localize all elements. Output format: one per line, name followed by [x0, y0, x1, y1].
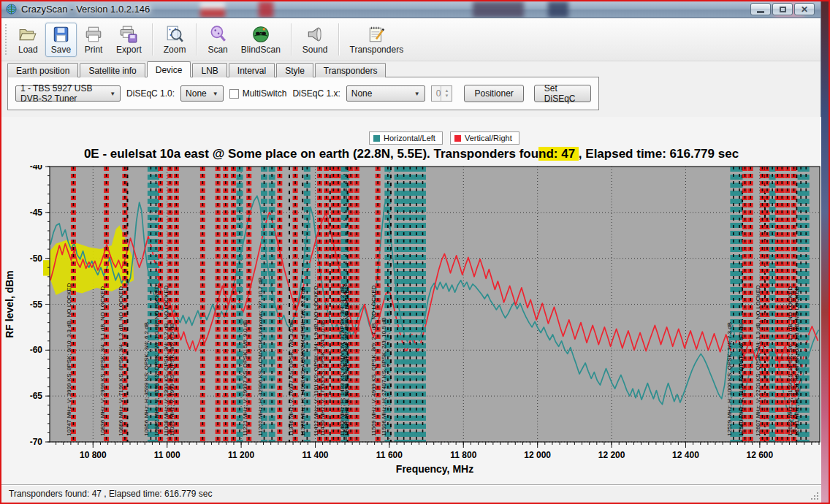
window-title: CrazyScan - Version 1.0.2.146 — [21, 4, 150, 15]
print-icon — [84, 25, 103, 45]
svg-text:11596 MHz; H; 27497 KS; 8PSK;: 11596 MHz; H; 27497 KS; 8PSK; 2/3; 10.5 … — [381, 317, 387, 436]
tab-earth-position[interactable]: Earth position — [7, 63, 78, 77]
toolbar-zoom-button[interactable]: Zoom — [158, 23, 192, 57]
toolbar-load-button[interactable]: Load — [12, 23, 44, 57]
app-window: CrazyScan - Version 1.0.2.146 ✕ LoadSave… — [1, 1, 821, 503]
chart-title: 0E - eulelsat 10a east @ Some place on e… — [1, 147, 821, 161]
tuner-select[interactable]: 1 - TBS 5927 USB DVB-S2 Tuner ▼ — [15, 85, 121, 102]
highlighted-transponder-count: nd: 47 — [538, 147, 579, 161]
desktop-wallpaper-strip — [821, 1, 829, 503]
svg-text:11221 MHz; V; 29997 KS; QPSK;: 11221 MHz; V; 29997 KS; QPSK; 5/6; 9.0 d… — [242, 320, 248, 436]
toolbar-scan-button[interactable]: Scan — [202, 23, 233, 57]
toolbar-export-button[interactable]: Export — [110, 23, 148, 57]
spectrum-chart-area: Horizontal/LeftVertical/Right 0E - eulel… — [1, 117, 821, 484]
svg-text:12560 MHz; V; 1109 KS; QPSK; 5: 12560 MHz; V; 1109 KS; QPSK; 5/6; 5.0 dB — [738, 323, 745, 436]
toolbar-save-button[interactable]: Save — [45, 23, 77, 57]
multiswitch-checkbox[interactable] — [229, 89, 239, 99]
svg-text:11025 MHz; V; 1999 KS; QPSK; 3: 11025 MHz; V; 1999 KS; QPSK; 3/5; 6.5 dB — [169, 323, 175, 436]
close-button[interactable]: ✕ — [794, 3, 815, 15]
tab-interval[interactable]: Interval — [229, 63, 275, 77]
svg-text:11430 MHz; V; 17333 KS; QPSK;: 11430 MHz; V; 17333 KS; QPSK; 3/4; 1.0 d… — [319, 320, 326, 436]
svg-text:11346 MHz; V; 26997 KS; QPSK;: 11346 MHz; V; 26997 KS; QPSK; 7/8; 3.5 d… — [288, 320, 294, 436]
zoom-icon — [165, 25, 184, 45]
tab-device[interactable]: Device — [147, 61, 191, 77]
positioner-number-stepper[interactable]: 0 ▲▼ — [431, 85, 453, 102]
svg-text:11 800: 11 800 — [450, 450, 476, 460]
svg-text:11 600: 11 600 — [376, 450, 403, 460]
toolbar-button-label: Print — [85, 45, 103, 55]
toolbar-button-label: Export — [116, 45, 142, 55]
legend-item-vertical-right[interactable]: Vertical/Right — [450, 131, 519, 145]
legend-item-horizontal-left[interactable]: Horizontal/Left — [369, 131, 443, 145]
legend-swatch-icon — [454, 135, 461, 142]
device-panel: 1 - TBS 5927 USB DVB-S2 Tuner ▼ DiSEqC 1… — [7, 77, 599, 110]
svg-text:10747 MHz; V; 3999 KS; 8PSK; 9: 10747 MHz; V; 3999 KS; 8PSK; 9/10; 3.3 d… — [66, 283, 72, 436]
maximize-icon — [780, 7, 786, 12]
diseqc1x-select-value: None — [351, 88, 373, 99]
tab-style[interactable]: Style — [276, 63, 313, 77]
chevron-down-icon: ▼ — [207, 91, 218, 97]
set-diseqc-button[interactable]: Set DiSEqC — [534, 85, 591, 102]
svg-text:-55: -55 — [30, 299, 43, 310]
chevron-down-icon: ▼ — [104, 91, 115, 97]
svg-text:10956 MHz; H; 3599 KS; QPSK; 3: 10956 MHz; H; 3599 KS; QPSK; 3/4; 6.2 dB — [143, 322, 150, 436]
toolbar-blindscan-button[interactable]: BlindScan — [235, 23, 286, 57]
svg-text:11262 MHz; H; 32996 KS; ACM/VC: 11262 MHz; H; 32996 KS; ACM/VCM; Unknown… — [257, 278, 264, 436]
export-icon — [119, 25, 138, 45]
svg-text:11569 MHz; V; 4999 KS; QPSK; 8: 11569 MHz; V; 4999 KS; QPSK; 8/9; 2.7 dB… — [370, 285, 377, 436]
svg-text:11 200: 11 200 — [228, 450, 254, 460]
svg-text:12 400: 12 400 — [672, 450, 699, 460]
wallpaper-bleed — [259, 1, 273, 18]
y-axis-title: RF level, dBm — [4, 270, 15, 338]
tuner-select-value: 1 - TBS 5927 USB DVB-S2 Tuner — [20, 83, 104, 104]
tab-lnb[interactable]: LNB — [192, 63, 226, 77]
resize-grip[interactable] — [810, 492, 819, 500]
app-globe-icon — [6, 4, 17, 15]
spectrum-plot[interactable]: 10747 MHz; V; 3999 KS; 8PSK; 9/10; 3.3 d… — [1, 165, 821, 484]
svg-text:12692 MHz; V; 3199 KS; 8PSK; 5: 12692 MHz; V; 3199 KS; 8PSK; 5/6; 1.7 dB… — [787, 286, 793, 436]
svg-text:12 000: 12 000 — [524, 450, 551, 460]
maximize-button[interactable] — [772, 3, 793, 15]
sound-icon — [305, 25, 324, 45]
svg-text:12607 MHz; V; 2220 KS; QPSK; 3: 12607 MHz; V; 2220 KS; QPSK; 3/4; 1.3 dB… — [755, 285, 761, 436]
tab-transponders[interactable]: Transponders — [315, 63, 387, 77]
tab-satellite-info[interactable]: Satellite info — [80, 63, 145, 77]
svg-text:12 200: 12 200 — [598, 450, 625, 460]
svg-text:10836 MHz; V; 2999 KS; 8PSK; 3: 10836 MHz; V; 2999 KS; 8PSK; 3/4; 3.1 dB… — [99, 286, 106, 436]
minimize-button[interactable] — [750, 3, 771, 15]
toolbar-print-button[interactable]: Print — [78, 23, 109, 57]
svg-text:10982 MHz; V; 4599 KS; QPSK; 5: 10982 MHz; V; 4599 KS; QPSK; 5/6; 1.0 dB… — [153, 285, 160, 436]
toolbar-transponders-button[interactable]: Transponders — [344, 23, 410, 57]
diseqc1x-select[interactable]: None ▼ — [346, 85, 425, 102]
multiswitch-label: MultiSwitch — [243, 88, 287, 99]
toolbar-separator — [338, 23, 340, 56]
toolbar-button-label: BlindScan — [241, 45, 281, 55]
toolbar-button-label: Sound — [302, 45, 328, 55]
diseqc10-select[interactable]: None ▼ — [180, 85, 224, 102]
tab-bar: Earth positionSatellite infoDeviceLNBInt… — [1, 61, 821, 77]
toolbar-separator — [152, 23, 153, 56]
diseqc10-label: DiSEqC 1.0: — [126, 88, 175, 99]
svg-text:11378 MHz; H; 14998 KS; ACM/VC: 11378 MHz; H; 14998 KS; ACM/VCM; 8PSK; 5… — [300, 287, 306, 436]
svg-text:12 600: 12 600 — [747, 450, 774, 460]
positioner-button[interactable]: Positioner — [464, 85, 523, 102]
wallpaper-bleed — [200, 1, 225, 18]
toolbar: LoadSavePrintExportZoomScanBlindScanSoun… — [1, 18, 821, 61]
blindscan-icon — [251, 25, 270, 45]
title-bar[interactable]: CrazyScan - Version 1.0.2.146 ✕ — [1, 1, 821, 18]
svg-text:11412 MHz; V; 1101 KS; QPSK; 3: 11412 MHz; V; 1101 KS; QPSK; 3/4; 1.9 dB… — [313, 286, 319, 436]
x-axis-title: Frequency, MHz — [396, 463, 473, 475]
legend-label: Horizontal/Left — [384, 134, 435, 142]
svg-text:11496 MHz; V; 9999 KS; QPSK; 3: 11496 MHz; V; 9999 KS; QPSK; 3/4; 2.2 dB… — [343, 285, 350, 436]
svg-text:11 000: 11 000 — [154, 450, 180, 460]
svg-text:-50: -50 — [30, 253, 43, 264]
wallpaper-bleed — [473, 1, 524, 18]
minimize-icon — [757, 11, 764, 13]
toolbar-sound-button[interactable]: Sound — [297, 23, 334, 57]
svg-text:12529 MHz; H; 1000 KS; QPSK; 3: 12529 MHz; H; 1000 KS; QPSK; 3/4; 7.3 dB — [726, 322, 733, 436]
stepper-arrows-icon[interactable]: ▲▼ — [441, 86, 452, 101]
toolbar-button-label: Transponders — [350, 45, 404, 55]
svg-text:-70: -70 — [30, 437, 43, 447]
svg-text:10886 MHz; V; 7199 KS; 8PSK; 3: 10886 MHz; V; 7199 KS; 8PSK; 3/4; 1.2 dB… — [118, 286, 124, 436]
svg-text:-60: -60 — [30, 345, 43, 355]
